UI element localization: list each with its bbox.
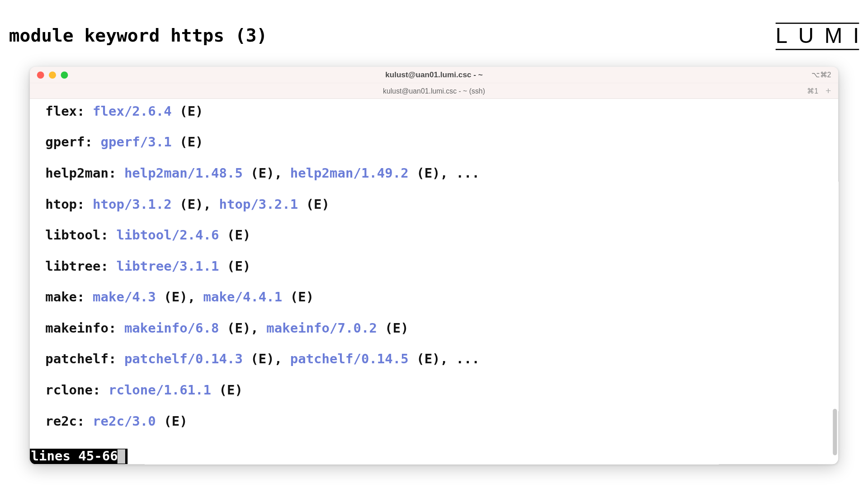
close-icon[interactable] xyxy=(37,71,44,79)
window-titlebar: kulust@uan01.lumi.csc - ~ ⌥⌘2 xyxy=(30,67,838,84)
module-key: help2man: xyxy=(45,166,124,181)
module-version: libtool/2.4.6 xyxy=(116,228,219,243)
terminal-line: gperf: gperf/3.1 (E) xyxy=(45,135,838,150)
ellipsis: , ... xyxy=(440,166,480,181)
terminal-line: libtool: libtool/2.4.6 (E) xyxy=(45,228,838,243)
module-key: libtree: xyxy=(45,258,116,273)
module-flag: (E) xyxy=(282,290,314,305)
module-flag: (E) xyxy=(156,413,188,428)
module-version: patchelf/0.14.3 xyxy=(124,352,243,366)
lumi-logo: LUMI xyxy=(776,23,859,50)
module-version: help2man/1.48.5 xyxy=(124,166,243,181)
module-version: make/4.4.1 xyxy=(203,290,283,305)
maximize-icon[interactable] xyxy=(61,71,68,79)
terminal-line: flex: flex/2.6.4 (E) xyxy=(45,103,838,119)
terminal-output[interactable]: flex: flex/2.6.4 (E)gperf: gperf/3.1 (E)… xyxy=(30,99,838,464)
module-key: gperf: xyxy=(45,135,100,150)
module-flag: (E) xyxy=(172,135,203,150)
terminal-line: libtree: libtree/3.1.1 (E) xyxy=(45,258,838,274)
add-tab-button[interactable]: + xyxy=(823,85,834,96)
module-flag: (E) xyxy=(219,228,250,243)
terminal-line: htop: htop/3.1.2 (E), htop/3.2.1 (E) xyxy=(45,197,838,212)
ellipsis: , ... xyxy=(440,352,480,366)
slide: module keyword https (3) LUMI kulust@uan… xyxy=(0,0,868,488)
blank-line xyxy=(45,367,838,382)
module-version: gperf/3.1 xyxy=(100,135,171,150)
module-version: flex/2.6.4 xyxy=(93,103,172,118)
scrollbar-thumb[interactable] xyxy=(833,409,837,455)
terminal-line: make: make/4.3 (E), make/4.4.1 (E) xyxy=(45,290,838,305)
terminal-line: re2c: re2c/3.0 (E) xyxy=(45,413,838,429)
module-key: flex: xyxy=(45,103,93,118)
blank-line xyxy=(45,150,838,165)
module-flag: (E) xyxy=(172,197,203,211)
blank-line xyxy=(45,212,838,227)
module-version: makeinfo/6.8 xyxy=(124,320,219,335)
tab-shortcut-hint: ⌘1 xyxy=(807,87,818,95)
blank-line xyxy=(45,119,838,135)
module-version: makeinfo/7.0.2 xyxy=(266,320,377,335)
module-key: makeinfo: xyxy=(45,320,124,335)
module-version: re2c/3.0 xyxy=(93,413,156,428)
minimize-icon[interactable] xyxy=(49,71,56,79)
blank-line xyxy=(45,305,838,320)
slide-title: module keyword https (3) xyxy=(9,25,268,46)
blank-line xyxy=(45,181,838,197)
terminal-window: kulust@uan01.lumi.csc - ~ ⌥⌘2 kulust@uan… xyxy=(30,67,838,465)
module-version: htop/3.2.1 xyxy=(219,197,298,211)
module-flag: (E) xyxy=(172,103,203,118)
module-flag: (E) xyxy=(156,290,188,305)
module-flag: (E) xyxy=(219,258,250,273)
terminal-line: help2man: help2man/1.48.5 (E), help2man/… xyxy=(45,166,838,181)
blank-line xyxy=(45,243,838,258)
module-flag: (E) xyxy=(298,197,330,211)
terminal-line: patchelf: patchelf/0.14.3 (E), patchelf/… xyxy=(45,352,838,367)
blank-line xyxy=(45,336,838,352)
module-flag: (E) xyxy=(377,320,409,335)
module-key: libtool: xyxy=(45,228,116,243)
traffic-lights xyxy=(37,71,68,79)
tab-bar: kulust@uan01.lumi.csc - ~ (ssh) ⌘1 + xyxy=(30,84,838,99)
module-version: rclone/1.61.1 xyxy=(108,383,211,398)
blank-line xyxy=(45,274,838,290)
module-key: re2c: xyxy=(45,413,93,428)
module-version: htop/3.1.2 xyxy=(93,197,172,211)
window-title: kulust@uan01.lumi.csc - ~ xyxy=(30,70,838,80)
module-flag: (E) xyxy=(211,383,243,398)
module-version: help2man/1.49.2 xyxy=(290,166,409,181)
module-key: patchelf: xyxy=(45,352,124,366)
tab-title[interactable]: kulust@uan01.lumi.csc - ~ (ssh) xyxy=(30,87,838,95)
cursor-icon xyxy=(117,449,125,464)
module-flag: (E) xyxy=(243,166,274,181)
module-version: libtree/3.1.1 xyxy=(116,258,219,273)
module-flag: (E) xyxy=(219,320,250,335)
module-flag: (E) xyxy=(243,352,274,366)
module-flag: (E) xyxy=(409,352,440,366)
module-key: htop: xyxy=(45,197,93,211)
module-key: make: xyxy=(45,290,93,305)
window-shortcut-hint: ⌥⌘2 xyxy=(811,70,831,79)
terminal-line: rclone: rclone/1.61.1 (E) xyxy=(45,383,838,398)
module-flag: (E) xyxy=(409,166,440,181)
module-key: rclone: xyxy=(45,383,108,398)
module-version: make/4.3 xyxy=(93,290,156,305)
module-version: patchelf/0.14.5 xyxy=(290,352,409,366)
pager-status: lines 45-66 xyxy=(30,449,127,464)
terminal-line: makeinfo: makeinfo/6.8 (E), makeinfo/7.0… xyxy=(45,320,838,336)
blank-line xyxy=(45,398,838,413)
